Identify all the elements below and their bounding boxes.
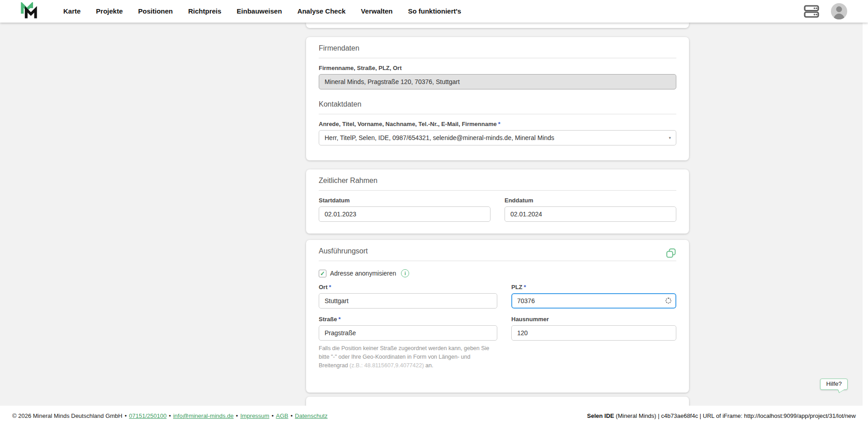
company-data-card: Firmendaten Firmenname, Straße, PLZ, Ort…	[306, 37, 689, 160]
main-menu: Karte Projekte Positionen Richtpreis Ein…	[56, 0, 469, 23]
nav-item-verwalten[interactable]: Verwalten	[353, 0, 400, 23]
nav-item-so-funktionierts[interactable]: So funktioniert's	[400, 0, 469, 23]
timeframe-card: Zeitlicher Rahmen Startdatum Enddatum	[306, 169, 689, 234]
plz-input[interactable]	[511, 293, 676, 309]
divider	[319, 261, 676, 261]
scrollbar[interactable]	[863, 0, 868, 426]
section-title-ausfuehrungsort: Ausführungsort	[319, 247, 368, 255]
footer-link-agb[interactable]: AGB	[276, 412, 288, 419]
copyright-text: © 2026 Mineral Minds Deutschland GmbH	[12, 412, 123, 419]
hausnummer-label: Hausnummer	[511, 316, 676, 323]
previous-card-partial	[306, 23, 689, 28]
contact-select-value: Herr, TitelP, Selen, IDE, 0987/654321, s…	[325, 134, 554, 141]
required-asterisk: *	[329, 284, 331, 290]
company-readonly-field[interactable]	[319, 74, 676, 89]
copy-icon[interactable]	[666, 248, 676, 260]
section-title-firmendaten: Firmendaten	[319, 44, 676, 52]
contact-select[interactable]: Herr, TitelP, Selen, IDE, 0987/654321, s…	[319, 130, 676, 145]
server-icon[interactable]	[804, 5, 819, 18]
startdatum-label: Startdatum	[319, 197, 491, 204]
nav-item-karte[interactable]: Karte	[56, 0, 88, 23]
section-title-zeitlicher-rahmen: Zeitlicher Rahmen	[319, 177, 676, 185]
plz-label: PLZ*	[511, 284, 676, 290]
help-button[interactable]: Hilfe?	[820, 379, 848, 390]
form-column: Firmendaten Firmenname, Straße, PLZ, Ort…	[306, 23, 689, 424]
strasse-input[interactable]	[319, 325, 497, 341]
enddatum-label: Enddatum	[505, 197, 676, 204]
avatar-head	[836, 6, 842, 12]
footer-left: © 2026 Mineral Minds Deutschland GmbH • …	[12, 412, 328, 419]
geo-coords-example: (z.B.: 48.8115607,9.4077422)	[349, 362, 424, 369]
startdatum-input[interactable]	[319, 206, 491, 222]
anonymize-checkbox-row: ✓ Adresse anonymisieren i	[319, 269, 676, 277]
mineral-minds-logo-icon[interactable]	[20, 2, 38, 20]
anonymize-label: Adresse anonymisieren	[330, 270, 396, 277]
company-field-label: Firmenname, Straße, PLZ, Ort	[319, 65, 676, 71]
footer-app-name: Selen IDE	[587, 412, 614, 419]
divider	[319, 58, 676, 58]
nav-item-analyse-check[interactable]: Analyse Check	[290, 0, 354, 23]
nav-item-richtpreis[interactable]: Richtpreis	[180, 0, 229, 23]
enddatum-input[interactable]	[505, 206, 676, 222]
location-card: Ausführungsort ✓ Adresse anonymisieren i…	[306, 240, 689, 393]
strasse-label: Straße*	[319, 316, 497, 323]
footer-debug-info: Selen IDE (Mineral Minds) | c4b73ae68f4c…	[587, 412, 856, 419]
ort-label: Ort*	[319, 284, 497, 290]
required-asterisk: *	[524, 284, 526, 290]
footer-link-impressum[interactable]: Impressum	[240, 412, 269, 419]
footer-link-datenschutz[interactable]: Datenschutz	[295, 412, 327, 419]
user-avatar-icon[interactable]	[831, 3, 847, 19]
anonymize-checkbox[interactable]: ✓	[319, 270, 326, 277]
divider	[319, 114, 676, 114]
required-asterisk: *	[338, 316, 340, 323]
nav-item-einbauweisen[interactable]: Einbauweisen	[229, 0, 290, 23]
avatar-torso	[833, 14, 845, 19]
top-nav: Karte Projekte Positionen Richtpreis Ein…	[0, 0, 868, 23]
contact-field-label: Anrede, Titel, Vorname, Nachname, Tel.-N…	[319, 121, 676, 127]
nav-right	[804, 3, 847, 19]
nav-item-projekte[interactable]: Projekte	[88, 0, 130, 23]
chevron-down-icon: ▾	[669, 136, 671, 140]
section-title-kontaktdaten: Kontaktdaten	[319, 100, 676, 108]
ort-input[interactable]	[319, 293, 497, 309]
info-icon[interactable]: i	[401, 269, 409, 277]
strasse-hint: Falls die Position keiner Straße zugeord…	[319, 344, 497, 370]
footer-link-email[interactable]: info@mineral-minds.de	[173, 412, 234, 419]
footer-link-phone[interactable]: 07151/250100	[129, 412, 166, 419]
required-asterisk: *	[498, 121, 500, 127]
loading-spinner-icon	[665, 298, 671, 304]
footer: © 2026 Mineral Minds Deutschland GmbH • …	[0, 406, 868, 426]
nav-item-positionen[interactable]: Positionen	[131, 0, 181, 23]
hausnummer-input[interactable]	[511, 325, 676, 341]
